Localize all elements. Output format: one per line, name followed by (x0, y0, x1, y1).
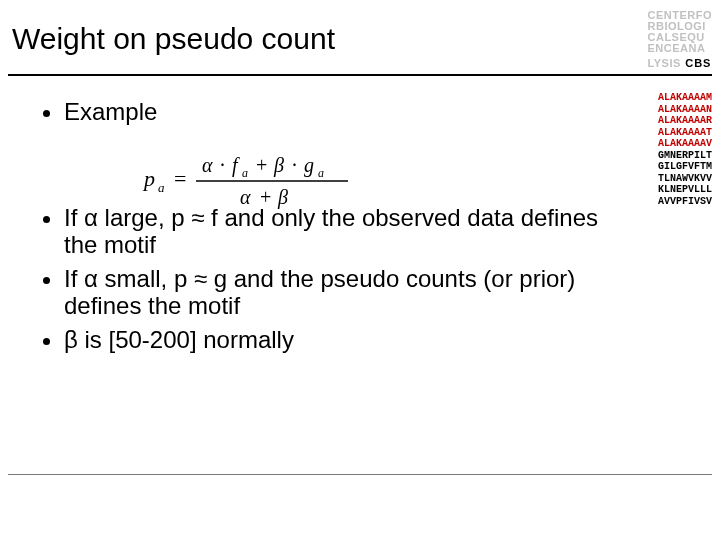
svg-text:+: + (256, 154, 267, 176)
svg-text:g: g (304, 154, 314, 177)
bullet-beta: β is [50-200] normally (64, 326, 600, 354)
divider-bottom (8, 474, 712, 475)
divider-top (8, 74, 712, 76)
formula-svg: p a = α · f a + β · g a α + β (142, 150, 352, 212)
svg-text:a: a (242, 166, 248, 180)
svg-text:p: p (142, 166, 155, 191)
svg-text:f: f (232, 154, 240, 177)
logo: CENTERFO RBIOLOGI CALSEQU ENCEANA LYSIS … (648, 10, 713, 70)
formula: p a = α · f a + β · g a α + β (142, 150, 352, 216)
bullet-example: Example (64, 98, 600, 126)
title-row: Weight on pseudo count CENTERFO RBIOLOGI… (8, 10, 712, 70)
svg-text:·: · (220, 154, 225, 176)
svg-text:a: a (158, 180, 165, 195)
seq-row: ALAKAAAAM (658, 92, 712, 104)
body: Example If α large, p ≈ f and only the o… (36, 98, 600, 360)
logo-line5: LYSIS CBS (648, 54, 713, 70)
seq-row: ALAKAAAAV (658, 138, 712, 150)
seq-row: ALAKAAAAR (658, 115, 712, 127)
alpha-symbol: α (84, 204, 98, 231)
svg-text:β: β (273, 154, 284, 177)
sequence-block: ALAKAAAAM ALAKAAAAN ALAKAAAAR ALAKAAAAT … (658, 92, 712, 207)
svg-text:=: = (174, 166, 186, 191)
svg-text:β: β (277, 186, 288, 209)
svg-text:α: α (240, 186, 251, 208)
seq-row: TLNAWVKVV (658, 173, 712, 185)
logo-cbs: CBS (685, 57, 711, 69)
bullet-alpha-small: If α small, p ≈ g and the pseudo counts … (64, 265, 600, 320)
svg-text:·: · (292, 154, 297, 176)
alpha-symbol: α (84, 265, 98, 292)
svg-text:+: + (260, 186, 271, 208)
seq-row: GMNERPILT (658, 150, 712, 162)
page-title: Weight on pseudo count (8, 10, 335, 56)
logo-line4: ENCEANA (648, 43, 713, 54)
seq-row: ALAKAAAAT (658, 127, 712, 139)
seq-row: GILGFVFTM (658, 161, 712, 173)
svg-text:α: α (202, 154, 213, 176)
svg-text:a: a (318, 166, 324, 180)
seq-row: ALAKAAAAN (658, 104, 712, 116)
slide: Weight on pseudo count CENTERFO RBIOLOGI… (0, 0, 720, 540)
seq-row: AVVPFIVSV (658, 196, 712, 208)
bullet-list: Example If α large, p ≈ f and only the o… (36, 98, 600, 354)
seq-row: KLNEPVLLL (658, 184, 712, 196)
beta-symbol: β (64, 326, 78, 353)
